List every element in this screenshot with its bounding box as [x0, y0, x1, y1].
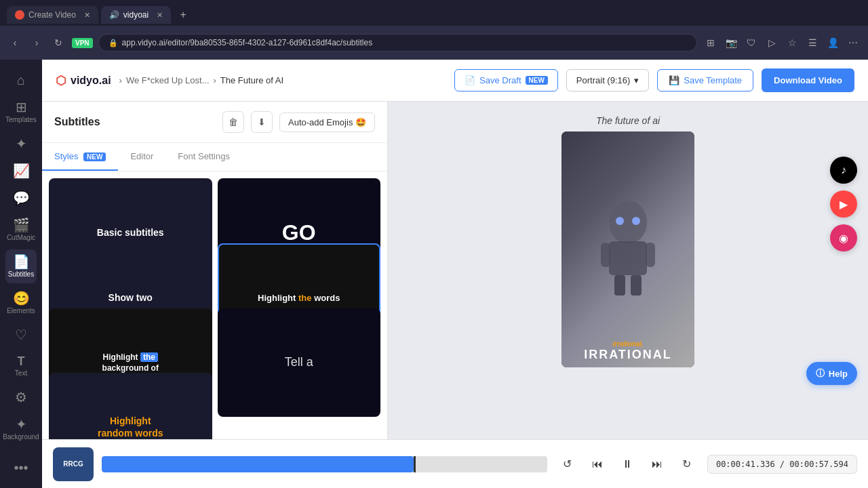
tab-close-create[interactable]: ✕	[84, 11, 90, 20]
download-video-button[interactable]: Download Video	[762, 68, 854, 92]
tab-editor[interactable]: Editor	[118, 143, 165, 171]
sidebar-item-analytics[interactable]: 📈	[5, 159, 37, 183]
highlight-word-the: the	[298, 293, 312, 303]
timeline-fill	[102, 456, 414, 472]
sidebar-item-subtitles[interactable]: 📄 Subtitles	[5, 249, 37, 283]
back-button[interactable]: ‹	[7, 35, 23, 51]
sidebar-item-text[interactable]: T Text	[5, 350, 37, 382]
extensions-icon[interactable]: ⊞	[703, 35, 719, 51]
app-container: ⌂ ⊞ Templates ✦ 📈 💬 🎬 CutMagic 📄 Subtitl…	[0, 60, 868, 488]
fast-forward-button[interactable]: ↻	[675, 452, 699, 476]
tab-create-video-icon	[15, 10, 24, 20]
social-panel: ♪ ▶ ◉	[830, 157, 857, 251]
tab-vidyo-icon: 🔊	[109, 10, 119, 20]
svg-rect-5	[631, 275, 642, 296]
sidebar-item-settings[interactable]: ⚙	[5, 385, 37, 409]
help-button[interactable]: ⓘ Help	[806, 362, 857, 385]
reels-button[interactable]: ◉	[830, 224, 857, 251]
sidebar-item-elements[interactable]: 😊 Elements	[5, 286, 37, 320]
vpn-badge[interactable]: VPN	[72, 38, 93, 48]
nav-actions: ⊞ 📷 🛡 ▷ ☆ ☰ 👤 ⋯	[703, 35, 861, 51]
shield-icon[interactable]: 🛡	[743, 35, 760, 51]
sidebar-item-templates[interactable]: ⊞ Templates	[5, 95, 37, 129]
subtitle-main-line: IRRATIONAL	[561, 348, 694, 362]
play-icon[interactable]: ▷	[764, 35, 780, 51]
video-overlay-subtitle: irrational, IRRATIONAL	[561, 340, 694, 362]
more-icon[interactable]: ⋯	[845, 35, 861, 51]
sidebar-item-background-label: Background	[3, 433, 39, 441]
svg-point-6	[616, 217, 624, 225]
youtube-shorts-button[interactable]: ▶	[830, 190, 857, 218]
video-frame: irrational, IRRATIONAL	[561, 131, 694, 367]
play-pause-button[interactable]: ⏸	[615, 452, 639, 476]
rewind-button[interactable]: ↺	[555, 452, 580, 476]
tab-font-settings[interactable]: Font Settings	[165, 143, 242, 171]
tab-font-settings-label: Font Settings	[178, 151, 230, 161]
style-card-highlight-random[interactable]: Highlight random words	[49, 373, 212, 439]
tab-create-video-label: Create Video	[28, 10, 76, 20]
forward-button[interactable]: ›	[28, 35, 45, 51]
sidebar-item-cutmagic[interactable]: 🎬 CutMagic	[5, 213, 37, 247]
save-template-button[interactable]: 💾 Save Template	[657, 69, 753, 92]
tab-close-vidyo[interactable]: ✕	[157, 11, 163, 20]
new-tab-button[interactable]: +	[174, 7, 193, 23]
reload-button[interactable]: ↻	[50, 35, 66, 51]
sidebar-item-home[interactable]: ⌂	[5, 68, 37, 92]
tiktok-icon: ♪	[841, 164, 846, 176]
browser-chrome: Create Video ✕ 🔊 vidyoai ✕ + ‹ › ↻ VPN 🔒…	[0, 0, 868, 60]
tab-vidyo-label: vidyoai	[123, 10, 149, 20]
svg-rect-2	[601, 243, 610, 267]
tab-styles-badge: NEW	[83, 152, 106, 161]
sidebar-item-elements-label: Elements	[7, 307, 35, 314]
timeline-logo-inner: RRCG	[63, 460, 83, 468]
sidebar-item-templates-label: Templates	[5, 116, 37, 123]
download-button[interactable]: ⬇	[251, 111, 273, 133]
more-dots-icon: •••	[14, 461, 28, 474]
screenshot-icon[interactable]: 📷	[723, 35, 739, 51]
auto-emoji-button[interactable]: Auto-add Emojis 🤩	[279, 113, 375, 132]
svg-rect-3	[646, 243, 655, 267]
breadcrumb-item1[interactable]: We F*cked Up Lost...	[126, 75, 210, 85]
sidebar-item-magic[interactable]: ✦	[5, 131, 37, 156]
profile-icon[interactable]: 👤	[825, 35, 841, 51]
save-draft-icon: 📄	[465, 75, 475, 85]
star-icon[interactable]: ☆	[784, 35, 800, 51]
robot-visual	[561, 131, 694, 367]
style-card-tell[interactable]: Tell a	[218, 308, 381, 417]
breadcrumb-item2: The Future of AI	[220, 75, 283, 85]
address-bar[interactable]: 🔒 app.vidyo.ai/editor/9ba80535-865f-4302…	[98, 34, 697, 52]
timeline-track[interactable]	[102, 456, 547, 472]
video-image: irrational, IRRATIONAL	[561, 131, 694, 367]
highlight-random-line2: random words	[98, 428, 163, 439]
menu-icon[interactable]: ☰	[804, 35, 821, 51]
delete-button[interactable]: 🗑	[222, 111, 244, 133]
save-draft-button[interactable]: 📄 Save Draft NEW	[454, 69, 558, 92]
highlight-bg-text: Highlight the	[103, 352, 158, 362]
reels-icon: ◉	[839, 232, 848, 245]
sidebar-item-more[interactable]: •••	[5, 455, 37, 480]
sidebar-item-whatsapp[interactable]: 💬	[5, 186, 37, 210]
panel-tabs: Styles NEW Editor Font Settings	[42, 143, 387, 171]
whatsapp-icon: 💬	[13, 191, 30, 205]
tab-styles[interactable]: Styles NEW	[42, 143, 118, 171]
step-back-button[interactable]: ⏮	[585, 452, 610, 476]
sidebar-item-background[interactable]: ✦ Background	[5, 412, 37, 446]
aspect-ratio-button[interactable]: Portrait (9:16) ▾	[566, 69, 649, 92]
tab-create-video[interactable]: Create Video ✕	[7, 6, 98, 24]
app-header: ⬡ vidyo.ai › We F*cked Up Lost... › The …	[42, 60, 868, 102]
highlight-words-text: Highlight the words	[258, 293, 340, 303]
download-video-label: Download Video	[774, 75, 842, 85]
save-template-label: Save Template	[684, 75, 742, 85]
panel-title: Subtitles	[54, 116, 216, 128]
help-label: Help	[829, 369, 848, 379]
tiktok-button[interactable]: ♪	[830, 157, 857, 184]
style-card-tell-label: Tell a	[285, 355, 313, 369]
tab-vidyo[interactable]: 🔊 vidyoai ✕	[101, 6, 171, 24]
nav-bar: ‹ › ↻ VPN 🔒 app.vidyo.ai/editor/9ba80535…	[0, 26, 868, 60]
content-area: Subtitles 🗑 ⬇ Auto-add Emojis 🤩 Styles N…	[42, 102, 868, 439]
sidebar-item-subtitles-label: Subtitles	[8, 270, 34, 278]
sidebar-item-favorites[interactable]: ♡	[5, 323, 37, 347]
panel-header: Subtitles 🗑 ⬇ Auto-add Emojis 🤩	[42, 102, 387, 143]
heart-icon: ♡	[15, 328, 27, 342]
step-forward-button[interactable]: ⏭	[645, 452, 669, 476]
